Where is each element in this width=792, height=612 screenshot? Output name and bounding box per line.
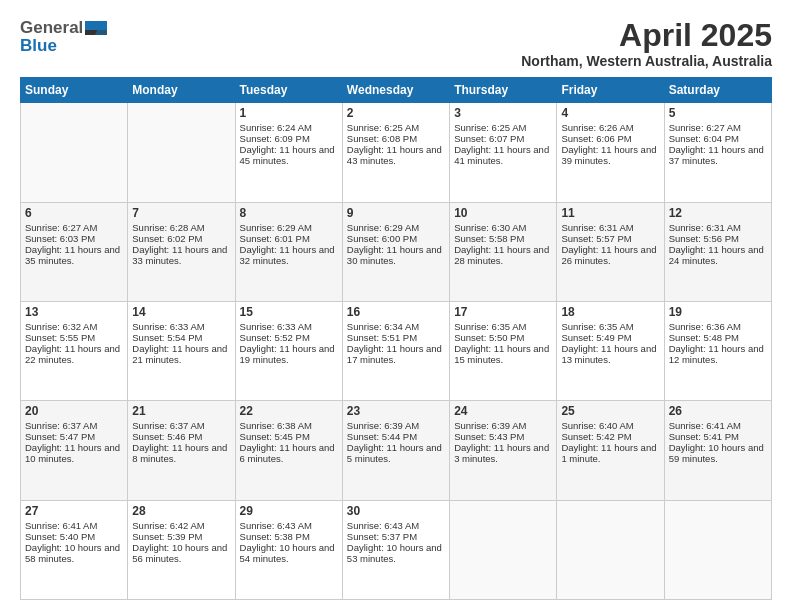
sunset-text: Sunset: 5:50 PM	[454, 332, 552, 343]
sunset-text: Sunset: 6:02 PM	[132, 233, 230, 244]
table-row	[21, 103, 128, 202]
logo-blue: Blue	[20, 36, 57, 56]
table-row: 26Sunrise: 6:41 AMSunset: 5:41 PMDayligh…	[664, 401, 771, 500]
sunrise-text: Sunrise: 6:33 AM	[240, 321, 338, 332]
sunset-text: Sunset: 5:38 PM	[240, 531, 338, 542]
calendar-row: 1Sunrise: 6:24 AMSunset: 6:09 PMDaylight…	[21, 103, 772, 202]
sunrise-text: Sunrise: 6:29 AM	[347, 222, 445, 233]
sunrise-text: Sunrise: 6:36 AM	[669, 321, 767, 332]
sunrise-text: Sunrise: 6:34 AM	[347, 321, 445, 332]
sunrise-text: Sunrise: 6:31 AM	[561, 222, 659, 233]
day-number: 25	[561, 404, 659, 418]
sunset-text: Sunset: 6:03 PM	[25, 233, 123, 244]
table-row: 24Sunrise: 6:39 AMSunset: 5:43 PMDayligh…	[450, 401, 557, 500]
daylight-text: Daylight: 11 hours and 12 minutes.	[669, 343, 767, 365]
sunrise-text: Sunrise: 6:42 AM	[132, 520, 230, 531]
day-number: 24	[454, 404, 552, 418]
table-row: 23Sunrise: 6:39 AMSunset: 5:44 PMDayligh…	[342, 401, 449, 500]
day-number: 7	[132, 206, 230, 220]
sunset-text: Sunset: 5:47 PM	[25, 431, 123, 442]
sunset-text: Sunset: 5:57 PM	[561, 233, 659, 244]
sunset-text: Sunset: 5:41 PM	[669, 431, 767, 442]
sunrise-text: Sunrise: 6:31 AM	[669, 222, 767, 233]
sunrise-text: Sunrise: 6:25 AM	[347, 122, 445, 133]
table-row	[557, 500, 664, 599]
sunrise-text: Sunrise: 6:27 AM	[669, 122, 767, 133]
sunrise-text: Sunrise: 6:24 AM	[240, 122, 338, 133]
calendar-row: 27Sunrise: 6:41 AMSunset: 5:40 PMDayligh…	[21, 500, 772, 599]
calendar-row: 20Sunrise: 6:37 AMSunset: 5:47 PMDayligh…	[21, 401, 772, 500]
sunset-text: Sunset: 5:45 PM	[240, 431, 338, 442]
sunrise-text: Sunrise: 6:29 AM	[240, 222, 338, 233]
day-number: 30	[347, 504, 445, 518]
sunrise-text: Sunrise: 6:37 AM	[25, 420, 123, 431]
daylight-text: Daylight: 10 hours and 58 minutes.	[25, 542, 123, 564]
sunrise-text: Sunrise: 6:41 AM	[669, 420, 767, 431]
sunset-text: Sunset: 6:00 PM	[347, 233, 445, 244]
table-row: 19Sunrise: 6:36 AMSunset: 5:48 PMDayligh…	[664, 301, 771, 400]
sunrise-text: Sunrise: 6:33 AM	[132, 321, 230, 332]
day-number: 19	[669, 305, 767, 319]
daylight-text: Daylight: 11 hours and 10 minutes.	[25, 442, 123, 464]
sunrise-text: Sunrise: 6:40 AM	[561, 420, 659, 431]
sunrise-text: Sunrise: 6:25 AM	[454, 122, 552, 133]
sunset-text: Sunset: 5:51 PM	[347, 332, 445, 343]
daylight-text: Daylight: 11 hours and 15 minutes.	[454, 343, 552, 365]
daylight-text: Daylight: 11 hours and 37 minutes.	[669, 144, 767, 166]
daylight-text: Daylight: 11 hours and 45 minutes.	[240, 144, 338, 166]
sunset-text: Sunset: 5:55 PM	[25, 332, 123, 343]
table-row: 7Sunrise: 6:28 AMSunset: 6:02 PMDaylight…	[128, 202, 235, 301]
table-row: 14Sunrise: 6:33 AMSunset: 5:54 PMDayligh…	[128, 301, 235, 400]
table-row: 12Sunrise: 6:31 AMSunset: 5:56 PMDayligh…	[664, 202, 771, 301]
sunset-text: Sunset: 5:43 PM	[454, 431, 552, 442]
col-tuesday: Tuesday	[235, 78, 342, 103]
daylight-text: Daylight: 11 hours and 19 minutes.	[240, 343, 338, 365]
day-number: 6	[25, 206, 123, 220]
daylight-text: Daylight: 11 hours and 39 minutes.	[561, 144, 659, 166]
table-row: 11Sunrise: 6:31 AMSunset: 5:57 PMDayligh…	[557, 202, 664, 301]
daylight-text: Daylight: 10 hours and 59 minutes.	[669, 442, 767, 464]
daylight-text: Daylight: 11 hours and 6 minutes.	[240, 442, 338, 464]
table-row: 15Sunrise: 6:33 AMSunset: 5:52 PMDayligh…	[235, 301, 342, 400]
sunrise-text: Sunrise: 6:28 AM	[132, 222, 230, 233]
col-wednesday: Wednesday	[342, 78, 449, 103]
table-row: 5Sunrise: 6:27 AMSunset: 6:04 PMDaylight…	[664, 103, 771, 202]
calendar-row: 6Sunrise: 6:27 AMSunset: 6:03 PMDaylight…	[21, 202, 772, 301]
table-row: 10Sunrise: 6:30 AMSunset: 5:58 PMDayligh…	[450, 202, 557, 301]
day-number: 2	[347, 106, 445, 120]
sunrise-text: Sunrise: 6:27 AM	[25, 222, 123, 233]
table-row	[450, 500, 557, 599]
daylight-text: Daylight: 11 hours and 26 minutes.	[561, 244, 659, 266]
daylight-text: Daylight: 11 hours and 28 minutes.	[454, 244, 552, 266]
location-subtitle: Northam, Western Australia, Australia	[521, 53, 772, 69]
sunset-text: Sunset: 5:39 PM	[132, 531, 230, 542]
day-number: 12	[669, 206, 767, 220]
sunset-text: Sunset: 5:56 PM	[669, 233, 767, 244]
daylight-text: Daylight: 11 hours and 30 minutes.	[347, 244, 445, 266]
table-row: 1Sunrise: 6:24 AMSunset: 6:09 PMDaylight…	[235, 103, 342, 202]
day-number: 11	[561, 206, 659, 220]
sunrise-text: Sunrise: 6:37 AM	[132, 420, 230, 431]
daylight-text: Daylight: 11 hours and 21 minutes.	[132, 343, 230, 365]
day-number: 16	[347, 305, 445, 319]
day-number: 14	[132, 305, 230, 319]
table-row: 20Sunrise: 6:37 AMSunset: 5:47 PMDayligh…	[21, 401, 128, 500]
day-number: 10	[454, 206, 552, 220]
logo-general: General	[20, 18, 83, 38]
table-row: 27Sunrise: 6:41 AMSunset: 5:40 PMDayligh…	[21, 500, 128, 599]
logo-flag-icon	[85, 21, 107, 35]
table-row: 8Sunrise: 6:29 AMSunset: 6:01 PMDaylight…	[235, 202, 342, 301]
daylight-text: Daylight: 10 hours and 56 minutes.	[132, 542, 230, 564]
daylight-text: Daylight: 11 hours and 24 minutes.	[669, 244, 767, 266]
table-row: 30Sunrise: 6:43 AMSunset: 5:37 PMDayligh…	[342, 500, 449, 599]
table-row: 28Sunrise: 6:42 AMSunset: 5:39 PMDayligh…	[128, 500, 235, 599]
daylight-text: Daylight: 11 hours and 43 minutes.	[347, 144, 445, 166]
table-row: 13Sunrise: 6:32 AMSunset: 5:55 PMDayligh…	[21, 301, 128, 400]
table-row: 29Sunrise: 6:43 AMSunset: 5:38 PMDayligh…	[235, 500, 342, 599]
header: General Blue April 2025 Northam, Western…	[20, 18, 772, 69]
sunrise-text: Sunrise: 6:35 AM	[454, 321, 552, 332]
sunset-text: Sunset: 6:04 PM	[669, 133, 767, 144]
day-number: 4	[561, 106, 659, 120]
daylight-text: Daylight: 11 hours and 13 minutes.	[561, 343, 659, 365]
day-number: 28	[132, 504, 230, 518]
